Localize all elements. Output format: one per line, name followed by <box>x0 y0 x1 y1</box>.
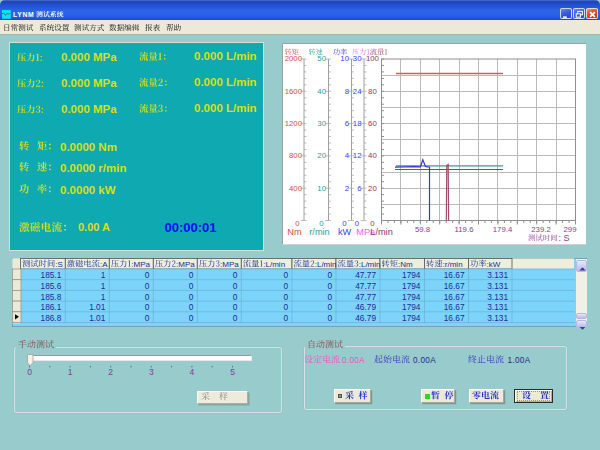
svg-text::MPa: :MPa <box>176 260 195 269</box>
svg-text:239.2: 239.2 <box>531 225 551 234</box>
svg-text::L/min: :L/min <box>263 260 285 269</box>
svg-text:186.1: 186.1 <box>41 302 62 312</box>
svg-text:40: 40 <box>368 151 377 160</box>
svg-text:2: 2 <box>345 184 349 193</box>
svg-text:0: 0 <box>327 313 332 323</box>
svg-text:47.77: 47.77 <box>355 270 376 280</box>
svg-text:1: 1 <box>101 281 106 291</box>
svg-text:kW: kW <box>338 227 352 237</box>
svg-text:16.67: 16.67 <box>444 313 465 323</box>
svg-text:1794: 1794 <box>402 270 421 280</box>
svg-text:2000: 2000 <box>285 54 303 63</box>
svg-text:16.67: 16.67 <box>444 292 465 302</box>
svg-text:0: 0 <box>283 270 288 280</box>
svg-text:30: 30 <box>317 119 326 128</box>
svg-text:0: 0 <box>327 292 332 302</box>
svg-text:0: 0 <box>355 219 360 228</box>
svg-text::A: :A <box>100 260 108 269</box>
svg-text::r/min: :r/min <box>443 260 463 269</box>
svg-text:46.79: 46.79 <box>355 313 376 323</box>
svg-text:20: 20 <box>317 151 326 160</box>
svg-text:0: 0 <box>189 313 194 323</box>
svg-text:185.6: 185.6 <box>41 281 62 291</box>
svg-text:r/min: r/min <box>309 227 329 237</box>
svg-text:0: 0 <box>283 302 288 312</box>
svg-text:186.8: 186.8 <box>41 313 62 323</box>
svg-text:6: 6 <box>357 184 361 193</box>
svg-text:179.4: 179.4 <box>493 225 513 234</box>
svg-text:16.67: 16.67 <box>444 270 465 280</box>
svg-text:Nm: Nm <box>287 227 302 237</box>
svg-text:10: 10 <box>317 184 326 193</box>
svg-text::L/min: :L/min <box>359 260 381 269</box>
svg-text:0: 0 <box>370 219 375 228</box>
svg-text:46.79: 46.79 <box>355 302 376 312</box>
svg-text:8: 8 <box>345 87 349 96</box>
svg-text:16.67: 16.67 <box>444 302 465 312</box>
svg-text:3.131: 3.131 <box>487 292 508 302</box>
svg-text:16.67: 16.67 <box>444 281 465 291</box>
svg-text:1794: 1794 <box>402 281 421 291</box>
svg-text:0: 0 <box>295 219 300 228</box>
svg-text:50: 50 <box>317 54 326 63</box>
svg-text:20: 20 <box>368 184 377 193</box>
svg-text::kW: :kW <box>487 260 501 269</box>
svg-text:800: 800 <box>289 151 303 160</box>
svg-text:119.6: 119.6 <box>455 225 474 234</box>
svg-text:3.131: 3.131 <box>487 302 508 312</box>
svg-text:1: 1 <box>101 292 106 302</box>
svg-text:47.77: 47.77 <box>355 292 376 302</box>
svg-text:0: 0 <box>189 270 194 280</box>
svg-text:1.01: 1.01 <box>89 302 106 312</box>
svg-text:4: 4 <box>345 151 350 160</box>
svg-text:L/min: L/min <box>370 227 392 237</box>
svg-text:47.77: 47.77 <box>355 281 376 291</box>
svg-text:0: 0 <box>283 313 288 323</box>
svg-text:59.8: 59.8 <box>415 225 430 234</box>
svg-text:3.131: 3.131 <box>487 270 508 280</box>
svg-text:40: 40 <box>317 87 326 96</box>
svg-text:1: 1 <box>101 270 106 280</box>
svg-text:400: 400 <box>289 184 303 193</box>
svg-text:0: 0 <box>233 281 238 291</box>
svg-text:0: 0 <box>327 270 332 280</box>
svg-text:30: 30 <box>353 54 362 63</box>
svg-text:0: 0 <box>145 270 150 280</box>
svg-text::MPa: :MPa <box>131 260 150 269</box>
svg-text:185.8: 185.8 <box>41 292 62 302</box>
svg-text:3.131: 3.131 <box>487 281 508 291</box>
svg-text:0: 0 <box>145 302 150 312</box>
svg-text:18: 18 <box>353 119 362 128</box>
svg-text:1600: 1600 <box>285 87 303 96</box>
svg-text:6: 6 <box>345 119 349 128</box>
svg-text:12: 12 <box>353 151 362 160</box>
svg-text::Nm: :Nm <box>398 260 413 269</box>
svg-text::MPa: :MPa <box>220 260 239 269</box>
svg-text:0: 0 <box>327 302 332 312</box>
svg-text:0: 0 <box>145 281 150 291</box>
svg-text:0: 0 <box>233 292 238 302</box>
svg-text:0: 0 <box>233 270 238 280</box>
svg-text:185.1: 185.1 <box>41 270 62 280</box>
svg-text:3.131: 3.131 <box>487 313 508 323</box>
svg-text:1200: 1200 <box>285 119 303 128</box>
svg-text:0: 0 <box>233 313 238 323</box>
svg-text:0: 0 <box>283 292 288 302</box>
svg-text:60: 60 <box>368 119 377 128</box>
svg-text:80: 80 <box>368 87 377 96</box>
svg-text:0: 0 <box>145 313 150 323</box>
svg-text:: S: : S <box>559 233 570 243</box>
svg-text:0: 0 <box>319 219 324 228</box>
svg-text:0: 0 <box>189 302 194 312</box>
svg-text:0: 0 <box>327 281 332 291</box>
svg-text:0: 0 <box>145 292 150 302</box>
svg-text:0: 0 <box>283 281 288 291</box>
svg-text::S: :S <box>55 260 63 269</box>
svg-text:1794: 1794 <box>402 313 421 323</box>
svg-text:24: 24 <box>353 87 362 96</box>
svg-text::L/min: :L/min <box>315 260 337 269</box>
svg-text:10: 10 <box>340 54 349 63</box>
svg-text:0: 0 <box>233 302 238 312</box>
svg-text:1794: 1794 <box>402 302 421 312</box>
svg-text:0: 0 <box>189 292 194 302</box>
